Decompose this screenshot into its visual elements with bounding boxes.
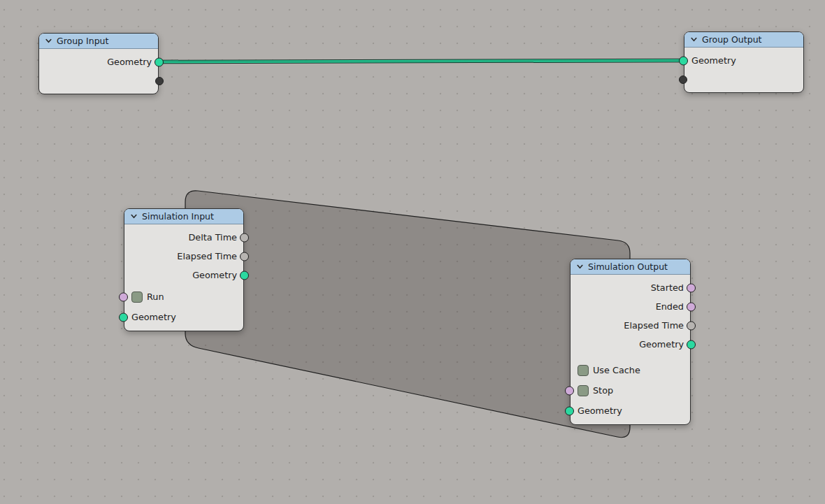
socket-label: Geometry [639,339,684,350]
node-header[interactable]: Simulation Input [124,209,243,224]
socket-label: Delta Time [188,232,237,243]
group-input-node[interactable]: Group Input Geometry [38,33,159,94]
node-link[interactable] [159,61,684,62]
node-row: Ended [571,297,690,316]
node-row: Geometry [124,307,243,327]
chevron-down-icon[interactable] [45,37,52,45]
socket-label: Geometry [578,405,622,416]
socket-label: Geometry [131,312,176,322]
run-input-socket[interactable] [119,292,128,301]
node-header[interactable]: Group Output [684,32,803,48]
socket-label: Ended [656,301,684,312]
node-title: Group Input [57,36,108,46]
elapsed-time-output-socket[interactable] [687,321,696,330]
node-editor-canvas[interactable]: { "colors": { "background": "#b2afac", "… [0,0,825,504]
ended-output-socket[interactable] [687,302,696,311]
simulation-input-node[interactable]: Simulation Input Delta Time Elapsed Time… [124,208,244,331]
stop-checkbox[interactable] [578,385,589,396]
socket-label: Elapsed Time [177,251,237,261]
node-row: Delta Time [124,228,243,247]
geometry-input-socket[interactable] [565,406,574,415]
geometry-output-socket[interactable] [240,271,249,280]
started-output-socket[interactable] [687,283,696,292]
stop-input-socket[interactable] [565,386,574,395]
node-row: Stop [571,380,690,401]
socket-label: Geometry [107,57,152,67]
node-row: Started [571,278,690,297]
node-row: Geometry [571,335,690,354]
simulation-zone [185,191,630,438]
geometry-input-socket[interactable] [679,56,688,65]
geometry-output-socket[interactable] [155,57,164,66]
socket-label: Elapsed Time [624,320,684,331]
socket-label: Run [147,291,164,302]
node-title: Group Output [702,34,761,45]
node-row: Run [124,287,243,307]
node-row [684,70,803,89]
geometry-input-socket[interactable] [119,312,128,322]
socket-label: Geometry [192,270,237,280]
node-header[interactable]: Simulation Output [571,259,690,275]
virtual-output-socket[interactable] [155,77,164,85]
chevron-down-icon[interactable] [690,36,698,43]
node-row: Geometry [124,266,243,285]
node-row: Use Cache [571,360,690,380]
chevron-down-icon[interactable] [130,213,138,220]
elapsed-time-output-socket[interactable] [240,252,249,261]
node-row: Elapsed Time [571,316,690,335]
node-title: Simulation Output [588,261,668,272]
simulation-output-node[interactable]: Simulation Output Started Ended Elapsed … [570,259,691,425]
node-row: Geometry [571,401,690,421]
node-row [39,71,158,90]
socket-label: Geometry [691,55,736,66]
virtual-input-socket[interactable] [679,75,687,84]
run-checkbox[interactable] [131,291,143,303]
node-header[interactable]: Group Input [39,34,158,49]
delta-time-output-socket[interactable] [240,233,249,242]
socket-label: Stop [593,385,613,396]
use-cache-checkbox[interactable] [578,365,589,376]
socket-label: Use Cache [593,365,640,375]
geometry-output-socket[interactable] [687,340,696,349]
node-row: Geometry [39,52,158,71]
node-row: Elapsed Time [124,247,243,266]
node-title: Simulation Input [142,211,214,222]
socket-label: Started [651,282,684,293]
node-row: Geometry [684,51,803,70]
group-output-node[interactable]: Group Output Geometry [684,31,804,93]
chevron-down-icon[interactable] [576,263,584,271]
